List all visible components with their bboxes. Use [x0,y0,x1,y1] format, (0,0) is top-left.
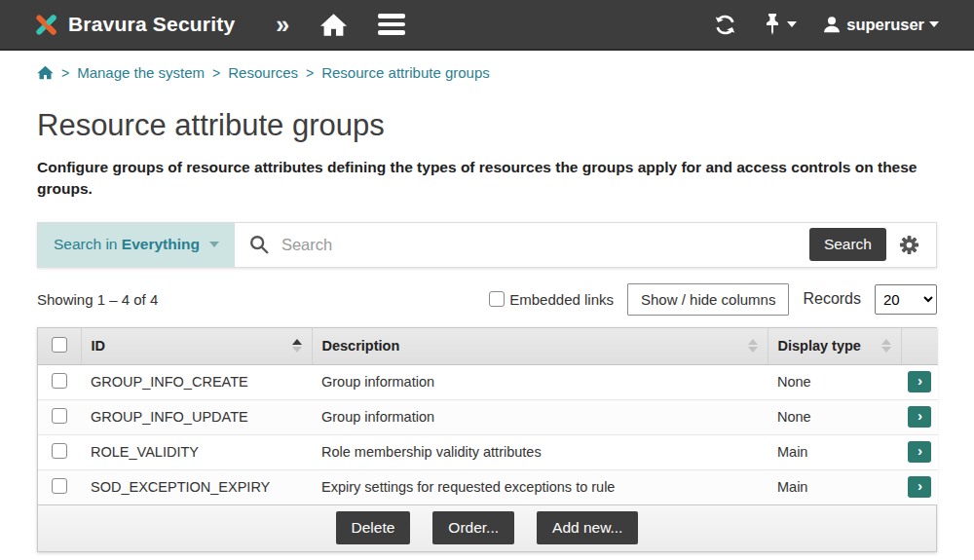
brand-name: Bravura Security [68,13,235,36]
records-label: Records [803,290,861,308]
column-label-id: ID [92,338,106,354]
cell-display-type: None [768,364,901,399]
pin-caret-icon [787,21,797,27]
pin-menu-button[interactable] [763,13,797,36]
cell-description: Expiry settings for requested exceptions… [312,469,768,504]
gear-icon [898,234,920,256]
showing-count: Showing 1 – 4 of 4 [37,291,158,308]
search-icon [248,234,270,255]
cell-description: Role membership validity attributes [312,434,768,469]
row-checkbox[interactable] [52,478,67,494]
row-checkbox[interactable] [52,408,67,424]
column-header-description[interactable]: Description [312,328,768,365]
row-open-button[interactable]: › [908,406,931,428]
sort-both-icon [881,339,891,353]
table-row: GROUP_INFO_UPDATE Group information None… [38,399,938,434]
refresh-button[interactable] [713,13,737,37]
select-all-checkbox[interactable] [52,337,67,353]
user-menu-button[interactable]: superuser [822,15,939,34]
user-icon [822,15,842,34]
column-label-display-type: Display type [778,338,861,354]
breadcrumb-link-resource-attribute-groups[interactable]: Resource attribute groups [321,64,490,81]
top-navbar: Bravura Security » [0,0,974,51]
row-open-button[interactable]: › [908,476,931,498]
cell-id: SOD_EXCEPTION_EXPIRY [81,469,312,504]
show-hide-columns-button[interactable]: Show / hide columns [627,283,789,316]
column-label-description: Description [322,338,400,354]
breadcrumb-link-manage-the-system[interactable]: Manage the system [77,64,205,81]
brand[interactable]: Bravura Security [33,12,235,38]
cell-description: Group information [312,399,768,434]
row-open-button[interactable]: › [908,371,931,392]
sort-both-icon [748,339,758,353]
scope-caret-icon [209,242,219,247]
cell-display-type: None [768,399,901,434]
settings-button[interactable] [898,234,936,256]
embedded-links-toggle[interactable]: Embedded links [489,291,614,308]
search-scope-dropdown[interactable]: Search in Everything [38,223,235,267]
search-scope-value: Everything [122,236,200,252]
table-body: GROUP_INFO_CREATE Group information None… [38,364,938,504]
embedded-links-checkbox[interactable] [489,291,505,307]
username: superuser [846,16,924,34]
row-open-button[interactable]: › [908,441,931,463]
delete-button[interactable]: Delete [336,511,411,544]
refresh-icon [713,13,737,37]
column-header-display-type[interactable]: Display type [768,328,901,365]
breadcrumb-home-icon[interactable] [37,65,54,80]
search-scope-prefix: Search in [54,236,117,252]
cell-display-type: Main [768,434,901,469]
column-header-actions [901,328,938,365]
column-header-id[interactable]: ID [81,328,312,365]
breadcrumb-separator: > [61,65,69,81]
pin-icon [763,13,782,36]
resource-attribute-groups-table: ID Description [37,327,937,552]
menu-button[interactable] [378,14,405,35]
page-title: Resource attribute groups [37,108,937,143]
table-row: SOD_EXCEPTION_EXPIRY Expiry settings for… [38,469,938,504]
table-row: ROLE_VALIDITY Role membership validity a… [38,434,938,469]
expand-sidebar-icon[interactable]: » [276,13,289,37]
cell-id: ROLE_VALIDITY [81,434,312,469]
cell-id: GROUP_INFO_CREATE [81,364,312,399]
search-input[interactable] [280,235,796,255]
breadcrumb: > Manage the system > Resources > Resour… [0,51,974,85]
select-all-header[interactable] [38,328,81,365]
search-panel: Search in Everything Search [37,222,937,268]
home-icon [320,13,347,37]
add-new-button[interactable]: Add new... [537,511,638,544]
breadcrumb-link-resources[interactable]: Resources [228,64,298,81]
table-footer: Delete Order... Add new... [38,504,936,551]
cell-description: Group information [312,364,768,399]
breadcrumb-separator: > [306,65,314,81]
embedded-links-label: Embedded links [509,291,614,308]
home-button[interactable] [320,13,347,37]
search-button[interactable]: Search [809,228,886,261]
table-row: GROUP_INFO_CREATE Group information None… [38,364,938,399]
order-button[interactable]: Order... [432,511,514,544]
breadcrumb-separator: > [212,65,220,81]
user-caret-icon [929,21,939,27]
sort-ascending-icon [292,339,302,353]
list-controls: Showing 1 – 4 of 4 Embedded links Show /… [37,283,937,316]
row-checkbox[interactable] [52,443,67,459]
row-checkbox[interactable] [52,373,67,389]
brand-logo-icon [33,12,59,38]
table-header-row: ID Description [38,328,938,365]
cell-display-type: Main [768,469,901,504]
cell-id: GROUP_INFO_UPDATE [81,399,312,434]
page-description: Configure groups of resource attributes … [37,157,937,201]
records-select[interactable]: 20 [875,284,937,315]
